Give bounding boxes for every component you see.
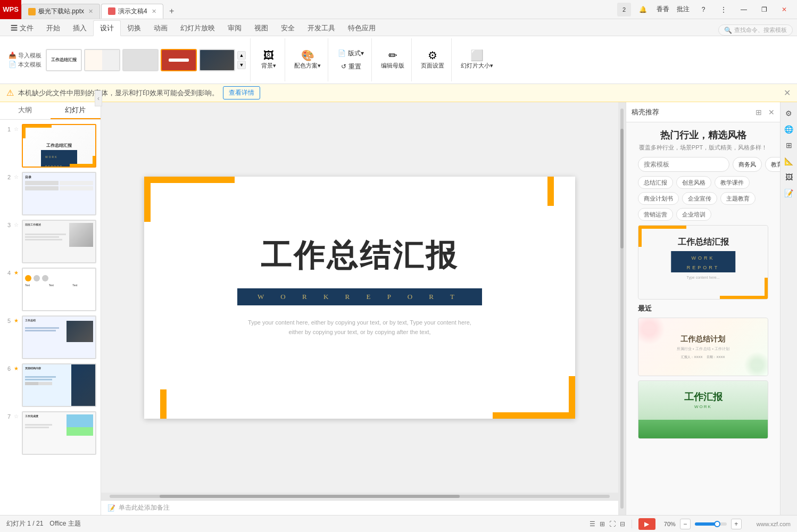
slide-item-3[interactable]: 3 ☆ 前段工作概述 xyxy=(3,220,97,263)
import-template-btn[interactable]: 📥 导入模板 xyxy=(9,52,41,60)
template-thumb-4[interactable] xyxy=(161,49,197,71)
tag-promo[interactable]: 企业宣传 xyxy=(682,192,717,205)
strip-icon-3[interactable]: ⊞ xyxy=(782,138,796,152)
strip-icon-5[interactable]: 🖼 xyxy=(782,170,796,184)
strip-icon-2[interactable]: 🌐 xyxy=(782,122,796,136)
fit-icon[interactable]: ⛶ xyxy=(609,520,616,528)
template-thumb-2[interactable] xyxy=(84,49,120,71)
canvas-scroll-area[interactable]: 工作总结汇报 W O R K R E P O R T Type your con… xyxy=(101,102,618,493)
comment-button[interactable]: 批注 xyxy=(675,2,692,17)
ribbon-tab-insert[interactable]: 插入 xyxy=(67,21,93,36)
list-icon[interactable]: ⊟ xyxy=(620,520,625,528)
tag-courseware[interactable]: 教学课件 xyxy=(715,176,750,189)
tag-training[interactable]: 企业培训 xyxy=(676,208,711,221)
template-search-input[interactable] xyxy=(638,157,729,172)
background-button[interactable]: 🖼 背景▾ xyxy=(257,48,280,71)
strip-icon-1[interactable]: ⚙ xyxy=(782,106,796,120)
vscroll-thumb[interactable] xyxy=(620,129,624,249)
ribbon-tab-transition[interactable]: 切换 xyxy=(121,21,147,36)
template-preview-1[interactable]: 工作总结汇报 WORK REPORT Type content here... xyxy=(638,225,768,300)
left-panel-collapse-btn[interactable]: ‹ xyxy=(95,102,102,106)
slide-thumb-7[interactable]: 工作完成度 xyxy=(22,411,96,455)
reset-button[interactable]: ↺ 重置 xyxy=(338,61,364,72)
template-preview-3[interactable]: 工作汇报 WORK xyxy=(638,380,768,439)
slide-item-1[interactable]: 1 ☆ 工作总结汇报 WORK REPORT xyxy=(3,124,97,168)
tab2-close[interactable]: ✕ xyxy=(152,8,156,15)
hscroll-thumb[interactable] xyxy=(160,495,460,498)
slide-item-7[interactable]: 7 ☆ 工作完成度 xyxy=(3,411,97,455)
tag-creative[interactable]: 创意风格 xyxy=(676,176,711,189)
template-thumb-1[interactable]: 工作总结汇报 xyxy=(46,49,82,71)
zoom-decrease-btn[interactable]: − xyxy=(680,519,691,529)
badge-button[interactable]: 2 xyxy=(617,3,631,16)
tab-2[interactable]: 演示文稿4 ✕ xyxy=(101,4,163,19)
template-nav-down[interactable]: ▼ xyxy=(237,61,246,69)
slide-item-5[interactable]: 5 ★ 工作总结 xyxy=(3,315,97,359)
slide-thumb-1[interactable]: 工作总结汇报 WORK REPORT xyxy=(22,124,96,168)
ribbon-tab-design[interactable]: 设计 xyxy=(93,20,121,36)
ribbon-tab-view[interactable]: 视图 xyxy=(248,21,275,36)
alert-close-button[interactable]: ✕ xyxy=(784,88,791,98)
tag-business[interactable]: 商务风 xyxy=(733,157,762,172)
user-avatar[interactable]: 香香 xyxy=(654,2,671,17)
strip-icon-6[interactable]: 📝 xyxy=(782,186,796,200)
horizontal-scrollbar[interactable] xyxy=(101,493,618,500)
add-tab-button[interactable]: + xyxy=(164,4,179,19)
right-panel-expand-icon[interactable]: ⊞ xyxy=(756,108,762,117)
ribbon-tab-slideshow[interactable]: 幻灯片放映 xyxy=(174,21,221,36)
ribbon-tab-animation[interactable]: 动画 xyxy=(147,21,174,36)
zoom-slider[interactable] xyxy=(695,522,727,526)
slide-thumb-4[interactable]: Text Text Text xyxy=(22,268,96,311)
template-nav-up[interactable]: ▲ xyxy=(237,51,246,60)
slides-tab[interactable]: 幻灯片 xyxy=(51,102,101,119)
ribbon-tab-start[interactable]: 开始 xyxy=(40,21,67,36)
close-button[interactable]: ✕ xyxy=(776,2,793,17)
tag-education[interactable]: 教育教学 xyxy=(765,157,780,172)
alert-message: 本机缺少此文件中用到的字体，显示和打印效果可能会受到影响。 xyxy=(18,88,219,98)
play-slideshow-btn[interactable]: ▶ xyxy=(638,518,655,530)
slide-item-2[interactable]: 2 ☆ 目录 xyxy=(3,172,97,215)
tag-theme-edu[interactable]: 主题教育 xyxy=(720,192,756,205)
minimize-button[interactable]: — xyxy=(735,2,752,17)
alert-link[interactable]: 查看详情 xyxy=(223,86,260,99)
edit-master-button[interactable]: ✏ 编辑母版 xyxy=(378,48,407,71)
outline-tab[interactable]: 大纲 xyxy=(0,102,51,119)
template-thumb-3[interactable] xyxy=(122,49,159,71)
template-preview-2[interactable]: 工作总结计划 所属行业 • 工作 总结 • 工作计划 汇报人：XXXX 日期：X… xyxy=(638,318,768,376)
tag-summary[interactable]: 总结汇报 xyxy=(638,176,673,189)
notes-icon-status[interactable]: ☰ xyxy=(590,520,595,528)
slide-item-6[interactable]: 6 ★ 页面结构内容 xyxy=(3,363,97,407)
local-template-btn[interactable]: 📄 本文模板 xyxy=(9,61,41,69)
slide-item-4[interactable]: 4 ★ Text Text Text xyxy=(3,268,97,311)
tab-1[interactable]: 极光下载站.pptx ✕ xyxy=(21,4,100,19)
help-button[interactable]: ? xyxy=(695,2,712,17)
ribbon-tab-security[interactable]: 安全 xyxy=(275,21,301,36)
strip-icon-4[interactable]: 📐 xyxy=(782,154,796,168)
format-button[interactable]: 📄 版式▾ xyxy=(335,48,367,59)
vertical-scrollbar[interactable] xyxy=(618,102,626,515)
tag-marketing[interactable]: 营销运营 xyxy=(638,208,673,221)
right-panel-close-button[interactable]: ✕ xyxy=(768,108,775,117)
notes-bar[interactable]: 📝 单击此处添加备注 xyxy=(101,500,618,515)
tab1-close[interactable]: ✕ xyxy=(88,8,93,15)
template-thumb-5[interactable] xyxy=(199,49,235,71)
search-command-input[interactable]: 🔍 查找命令、搜索模板 xyxy=(718,24,793,36)
slide-thumb-2[interactable]: 目录 xyxy=(22,172,96,215)
slide-thumb-5[interactable]: 工作总结 xyxy=(22,315,96,359)
ribbon-tab-dev[interactable]: 开发工具 xyxy=(301,21,342,36)
ribbon-tab-special[interactable]: 特色应用 xyxy=(342,21,382,36)
zoom-increase-btn[interactable]: + xyxy=(731,519,742,529)
restore-button[interactable]: ❐ xyxy=(756,2,773,17)
tag-bizplan[interactable]: 商业计划书 xyxy=(638,192,679,205)
more-button[interactable]: ⋮ xyxy=(715,2,732,17)
grid-view-icon[interactable]: ⊞ xyxy=(600,520,605,528)
bell-button[interactable]: 🔔 xyxy=(634,2,651,17)
slide-thumb-6[interactable]: 页面结构内容 xyxy=(22,363,96,407)
ribbon-tab-file[interactable]: ☰ 文件 xyxy=(4,21,40,36)
ribbon-tab-review[interactable]: 审阅 xyxy=(221,21,248,36)
slide-thumb-3[interactable]: 前段工作概述 xyxy=(22,220,96,263)
palette-button[interactable]: 🎨 配色方案▾ xyxy=(292,48,323,71)
page-setup-button[interactable]: ⚙ 页面设置 xyxy=(418,48,447,71)
right-panel-scroll[interactable]: 热门行业，精选风格 覆盖多种行业，场景PPT，版式精美，风格多样！ 商务风 教育… xyxy=(626,122,780,515)
slide-size-button[interactable]: ⬜ 幻灯片大小▾ xyxy=(458,48,496,71)
